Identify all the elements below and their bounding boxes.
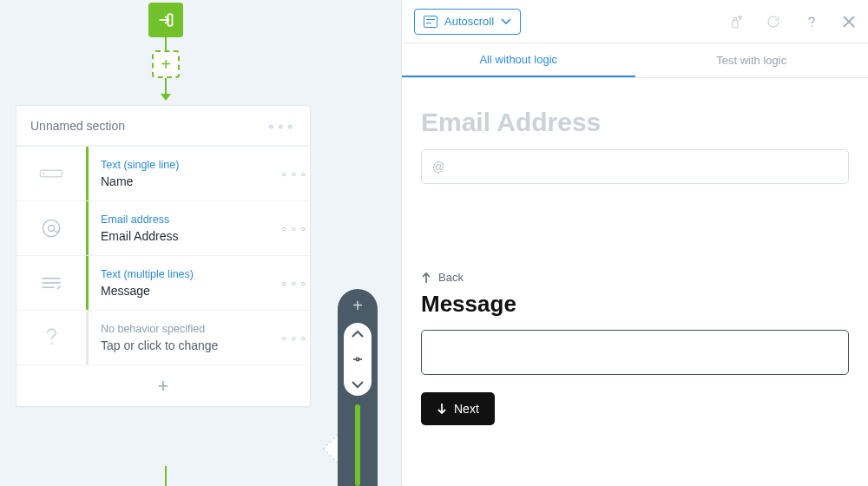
message-textarea[interactable] [421, 330, 849, 375]
field-menu-button[interactable]: ∘∘∘ [279, 167, 310, 181]
at-sign-icon [16, 216, 86, 240]
spray-tool-button[interactable] [727, 14, 743, 30]
preview-body: Email Address @ Back Message Next [402, 78, 868, 486]
svg-point-16 [740, 16, 742, 17]
tab-label: Test with logic [716, 54, 786, 67]
section-title: Unnamed section [30, 119, 125, 133]
email-placeholder: @ [432, 160, 444, 174]
field-name-label: Tap or click to change [101, 338, 270, 352]
section-menu-button[interactable]: ∘∘∘ [267, 119, 296, 133]
back-label: Back [438, 271, 464, 284]
next-button[interactable]: Next [421, 392, 495, 425]
multiline-text-icon [16, 271, 86, 295]
section-card: Unnamed section ∘∘∘ Text (single line) N… [16, 105, 311, 407]
field-menu-button[interactable]: ∘∘∘ [279, 331, 310, 345]
svg-point-4 [49, 226, 55, 232]
plus-icon: + [161, 56, 171, 73]
field-menu-button[interactable]: ∘∘∘ [279, 221, 310, 235]
preview-toolbar: Autoscroll [402, 0, 868, 43]
field-type-label: Text (single line) [101, 159, 270, 171]
field-type-label: No behavior specified [101, 323, 270, 335]
arrow-down-icon [161, 94, 171, 104]
preview-tabs: All without logic Test with logic [402, 43, 868, 78]
previous-question-title: Email Address [421, 108, 849, 137]
svg-point-17 [812, 25, 813, 27]
add-field-button[interactable]: + [16, 364, 310, 406]
next-label: Next [454, 402, 479, 416]
field-row[interactable]: Text (single line) Name ∘∘∘ [16, 146, 310, 200]
rail-add-button[interactable]: + [352, 296, 363, 316]
field-name-label: Name [101, 174, 270, 188]
arrow-down-icon [437, 403, 447, 415]
help-button[interactable] [804, 14, 819, 30]
drag-handle-icon [351, 355, 365, 364]
email-field[interactable]: @ [421, 149, 849, 184]
tab-all-without-logic[interactable]: All without logic [402, 43, 635, 77]
svg-point-14 [739, 16, 740, 18]
field-type-label: Text (multiple lines) [101, 268, 270, 280]
field-row[interactable]: Text (multiple lines) Message ∘∘∘ [16, 255, 310, 310]
field-row[interactable]: No behavior specified Tap or click to ch… [16, 310, 310, 364]
insert-node-button[interactable]: + [152, 50, 180, 78]
connector-line [165, 466, 167, 486]
autoscroll-label: Autoscroll [444, 15, 494, 28]
chevron-down-icon [501, 18, 511, 25]
tab-label: All without logic [479, 53, 557, 66]
svg-rect-0 [168, 14, 173, 25]
close-button[interactable] [842, 15, 856, 29]
svg-rect-13 [734, 17, 737, 20]
connector-line [165, 37, 167, 50]
rail-track[interactable] [355, 404, 360, 486]
field-name-label: Email Address [101, 229, 270, 243]
refresh-button[interactable] [766, 14, 781, 30]
form-mini-icon [424, 16, 437, 28]
svg-point-15 [740, 18, 741, 20]
rail-scroll-control[interactable] [344, 323, 372, 396]
svg-point-3 [43, 220, 59, 236]
arrow-up-icon [421, 272, 431, 284]
chevron-up-icon [351, 330, 365, 338]
field-name-label: Message [101, 284, 270, 298]
enter-arrow-icon [157, 11, 174, 29]
current-question-title: Message [421, 291, 849, 318]
field-menu-button[interactable]: ∘∘∘ [279, 276, 310, 290]
field-row[interactable]: Email address Email Address ∘∘∘ [16, 200, 310, 255]
svg-point-8 [51, 343, 53, 345]
navigator-rail: + [338, 289, 378, 486]
svg-point-9 [356, 358, 358, 360]
preview-panel: Autoscroll All without logic Test with l… [401, 0, 868, 486]
text-input-icon [16, 161, 86, 186]
autoscroll-dropdown[interactable]: Autoscroll [414, 9, 521, 35]
chevron-down-icon [351, 380, 365, 389]
entry-node[interactable] [148, 3, 183, 37]
svg-rect-12 [733, 20, 738, 27]
section-header[interactable]: Unnamed section ∘∘∘ [16, 106, 310, 146]
plus-icon: + [158, 375, 169, 397]
back-button[interactable]: Back [421, 271, 849, 284]
field-type-label: Email address [101, 213, 270, 226]
tab-test-with-logic[interactable]: Test with logic [635, 43, 869, 77]
builder-canvas: + Unnamed section ∘∘∘ Text (single line)… [0, 0, 401, 486]
plus-icon: + [352, 296, 363, 315]
question-mark-icon [16, 325, 86, 350]
